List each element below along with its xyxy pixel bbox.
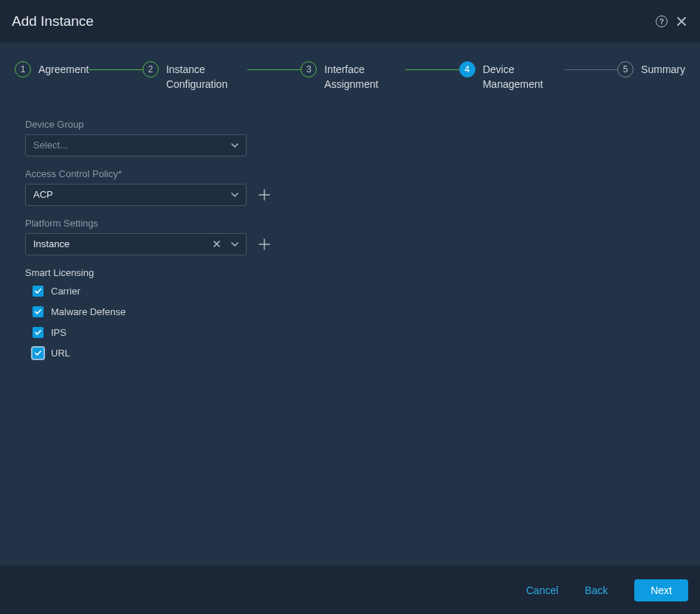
checkbox-label: Carrier xyxy=(51,286,80,297)
step-label: Device Management xyxy=(483,61,564,92)
add-platform-settings-button[interactable] xyxy=(257,237,272,252)
checkbox-icon xyxy=(32,286,44,297)
device-group-value: Select... xyxy=(33,139,68,151)
cancel-button[interactable]: Cancel xyxy=(526,584,558,596)
step-connector xyxy=(405,69,459,70)
checkbox-label: URL xyxy=(51,348,70,359)
checkbox-icon xyxy=(32,348,44,359)
step-label: Interface Assignment xyxy=(324,61,405,92)
device-group-field: Device Group Select... xyxy=(25,119,675,156)
help-icon[interactable]: ? xyxy=(656,15,668,27)
access-control-policy-label: Access Control Policy* xyxy=(25,168,675,179)
checkbox-label: IPS xyxy=(51,327,66,338)
access-control-policy-value: ACP xyxy=(33,189,53,200)
step-interface-assignment[interactable]: 3 Interface Assignment xyxy=(301,61,405,92)
back-button[interactable]: Back xyxy=(585,584,608,596)
step-label: Instance Configuration xyxy=(166,61,247,92)
modal-footer: Cancel Back Next xyxy=(0,567,700,614)
platform-settings-label: Platform Settings xyxy=(25,218,675,229)
step-connector xyxy=(89,69,142,70)
platform-settings-value: Instance xyxy=(33,238,69,249)
step-number: 5 xyxy=(617,61,634,77)
step-number: 4 xyxy=(459,61,476,77)
step-number: 1 xyxy=(15,61,31,77)
access-control-policy-field: Access Control Policy* ACP xyxy=(25,168,675,206)
step-number: 2 xyxy=(143,61,159,77)
checkbox-malware-defense[interactable]: Malware Defense xyxy=(32,306,675,317)
next-button[interactable]: Next xyxy=(634,579,688,601)
platform-settings-select[interactable]: Instance xyxy=(25,233,247,255)
step-connector xyxy=(247,69,301,70)
device-group-label: Device Group xyxy=(25,119,675,130)
add-access-control-policy-button[interactable] xyxy=(257,187,272,202)
checkbox-carrier[interactable]: Carrier xyxy=(32,286,675,297)
step-instance-configuration[interactable]: 2 Instance Configuration xyxy=(143,61,247,92)
smart-licensing-list: Carrier Malware Defense IPS URL xyxy=(25,286,675,359)
clear-icon[interactable] xyxy=(213,240,221,248)
checkbox-icon xyxy=(32,327,44,338)
step-agreement[interactable]: 1 Agreement xyxy=(15,61,89,77)
stepper: 1 Agreement 2 Instance Configuration 3 I… xyxy=(0,43,700,116)
platform-settings-field: Platform Settings Instance xyxy=(25,218,675,255)
device-group-select[interactable]: Select... xyxy=(25,134,247,156)
step-label: Agreement xyxy=(38,61,89,77)
chevron-down-icon xyxy=(231,241,239,248)
step-connector xyxy=(564,69,617,70)
step-summary[interactable]: 5 Summary xyxy=(617,61,685,77)
header-icons: ? xyxy=(656,15,688,28)
checkbox-label: Malware Defense xyxy=(51,306,126,317)
checkbox-icon xyxy=(32,306,44,317)
step-device-management[interactable]: 4 Device Management xyxy=(459,61,564,92)
checkbox-ips[interactable]: IPS xyxy=(32,327,675,338)
close-icon[interactable] xyxy=(675,15,688,28)
checkbox-url[interactable]: URL xyxy=(32,348,675,359)
step-number: 3 xyxy=(301,61,317,77)
access-control-policy-select[interactable]: ACP xyxy=(25,184,247,206)
chevron-down-icon xyxy=(231,191,239,199)
chevron-down-icon xyxy=(231,142,239,149)
form-content: Device Group Select... Access Control Po… xyxy=(0,116,700,373)
step-label: Summary xyxy=(641,61,685,77)
modal-title: Add Instance xyxy=(12,13,94,30)
content-spacer xyxy=(0,373,700,565)
modal-header: Add Instance ? xyxy=(0,0,700,43)
smart-licensing-title: Smart Licensing xyxy=(25,267,675,278)
